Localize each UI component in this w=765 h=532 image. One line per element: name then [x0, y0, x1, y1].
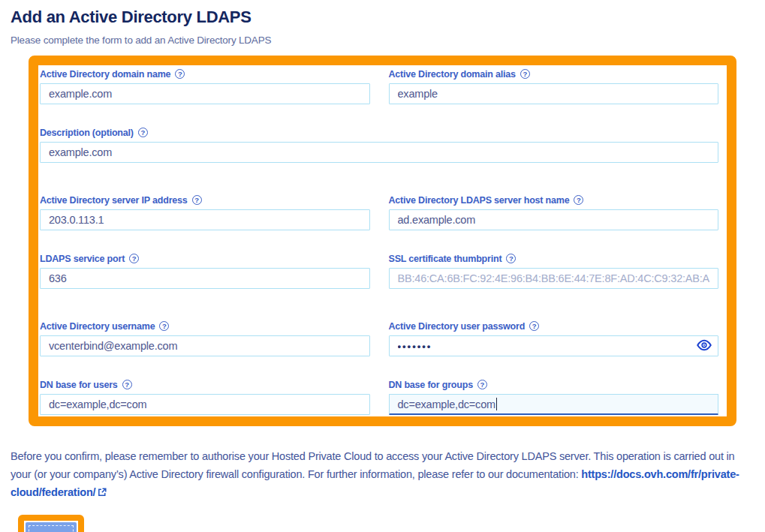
help-icon[interactable]: ?: [506, 254, 516, 263]
dn-users-label: DN base for users: [40, 380, 118, 390]
ldaps-host-label: Active Directory LDAPS server host name: [389, 195, 570, 206]
field-description: Description (optional) ?: [40, 127, 718, 163]
firewall-notice: Before you confirm, please remember to a…: [11, 447, 756, 502]
domain-alias-input[interactable]: [389, 83, 719, 104]
help-icon[interactable]: ?: [129, 254, 139, 263]
help-icon[interactable]: ?: [529, 321, 539, 331]
dn-users-input[interactable]: [40, 394, 370, 415]
eye-icon: [697, 339, 712, 353]
ldaps-form: Active Directory domain name ? Active Di…: [40, 68, 718, 416]
description-label: Description (optional): [40, 128, 134, 138]
page: Add an Active Directory LDAPS Please com…: [0, 0, 765, 532]
ssl-thumbprint-label: SSL certificate thumbprint: [389, 254, 502, 264]
text-caret: [496, 398, 498, 410]
username-label: Active Directory username: [40, 321, 155, 332]
help-icon[interactable]: ?: [520, 69, 530, 79]
description-input[interactable]: [40, 142, 718, 163]
help-icon[interactable]: ?: [175, 69, 185, 79]
ssl-thumbprint-input[interactable]: [389, 268, 719, 289]
field-domain-name: Active Directory domain name ?: [40, 68, 370, 104]
form-annotation-box: Active Directory domain name ? Active Di…: [29, 56, 736, 426]
field-ldaps-port: LDAPS service port ?: [40, 253, 370, 289]
field-server-ip: Active Directory server IP address ?: [40, 194, 370, 230]
external-link-icon: [98, 484, 107, 502]
page-title: Add an Active Directory LDAPS: [11, 8, 754, 27]
dn-groups-label: DN base for groups: [389, 380, 473, 390]
help-icon[interactable]: ?: [122, 380, 132, 389]
field-dn-groups: DN base for groups ? dc=example,dc=com: [389, 379, 719, 415]
help-icon[interactable]: ?: [477, 380, 487, 389]
page-subtitle: Please complete the form to add an Activ…: [11, 35, 754, 46]
field-domain-alias: Active Directory domain alias ?: [389, 68, 719, 104]
field-ssl-thumbprint: SSL certificate thumbprint ?: [389, 253, 719, 289]
password-input[interactable]: [389, 335, 719, 356]
ldaps-port-label: LDAPS service port: [40, 254, 125, 264]
ldaps-host-input[interactable]: [389, 209, 719, 230]
submit-button[interactable]: Submit: [26, 522, 77, 532]
dn-groups-value: dc=example,dc=com: [398, 398, 495, 410]
field-dn-users: DN base for users ?: [40, 379, 370, 415]
field-ldaps-host: Active Directory LDAPS server host name …: [389, 194, 719, 230]
help-icon[interactable]: ?: [192, 195, 202, 205]
server-ip-input[interactable]: [40, 209, 370, 230]
dn-groups-input[interactable]: dc=example,dc=com: [389, 394, 719, 415]
username-input[interactable]: [40, 335, 370, 356]
password-label: Active Directory user password: [389, 321, 526, 332]
help-icon[interactable]: ?: [574, 195, 583, 205]
help-icon[interactable]: ?: [138, 128, 148, 137]
ldaps-port-input[interactable]: [40, 268, 370, 289]
domain-name-input[interactable]: [40, 83, 370, 104]
help-icon[interactable]: ?: [159, 321, 169, 331]
field-username: Active Directory username ?: [40, 320, 370, 356]
toggle-password-visibility-button[interactable]: [696, 338, 712, 353]
domain-name-label: Active Directory domain name: [40, 69, 170, 80]
domain-alias-label: Active Directory domain alias: [389, 69, 516, 80]
field-password: Active Directory user password ?: [389, 320, 719, 356]
submit-annotation-box: Submit: [18, 515, 84, 532]
server-ip-label: Active Directory server IP address: [40, 195, 188, 206]
